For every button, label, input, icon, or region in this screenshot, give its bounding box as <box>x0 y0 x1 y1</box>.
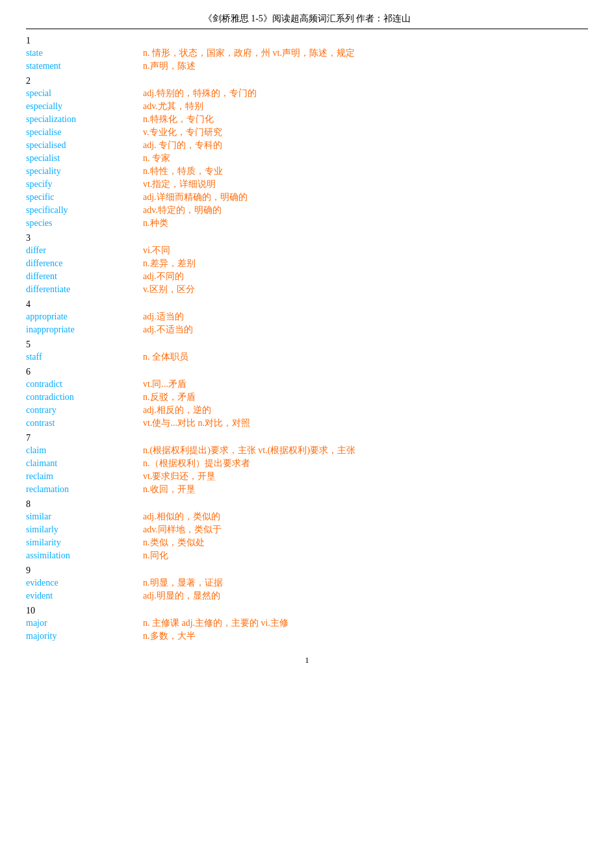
word: similar <box>26 512 143 522</box>
word: specialised <box>26 140 143 151</box>
word: reclamation <box>26 484 143 495</box>
word: specific <box>26 192 143 203</box>
definition: n.差异，差别 <box>143 258 588 269</box>
word: specifically <box>26 205 143 216</box>
definition: n.同化 <box>143 550 588 562</box>
vocab-row: majorn. 主修课 adj.主修的，主要的 vi.主修 <box>26 617 588 629</box>
page-number: 1 <box>305 655 309 665</box>
definition: adj.明显的，显然的 <box>143 590 588 602</box>
vocab-row: specificadj.详细而精确的，明确的 <box>26 192 588 203</box>
word: state <box>26 48 143 58</box>
word: similarly <box>26 525 143 535</box>
vocab-row: evidentadj.明显的，显然的 <box>26 590 588 602</box>
vocab-row: specialisedadj. 专门的，专科的 <box>26 140 588 151</box>
definition: v.专业化，专门研究 <box>143 127 588 138</box>
definition: n. 全体职员 <box>143 351 588 363</box>
vocab-row: specializationn.特殊化，专门化 <box>26 114 588 125</box>
vocab-row: assimilationn.同化 <box>26 550 588 562</box>
word: contradiction <box>26 392 143 403</box>
vocab-row: claimantn.（根据权利）提出要求者 <box>26 458 588 469</box>
section-number: 2 <box>26 76 588 86</box>
definition: vt.使与...对比 n.对比，对照 <box>143 417 588 429</box>
vocab-row: reclaimvt.要求归还，开垦 <box>26 471 588 482</box>
vocab-row: majorityn.多数，大半 <box>26 630 588 642</box>
definition: n.声明，陈述 <box>143 60 588 72</box>
section-number: 9 <box>26 565 588 576</box>
vocab-row: specialityn.特性，特质，专业 <box>26 166 588 177</box>
word: species <box>26 218 143 229</box>
word: statement <box>26 61 143 71</box>
definition: adj. 专门的，专科的 <box>143 140 588 151</box>
header-title: 《剑桥雅思 1-5》阅读超高频词汇系列 作者：祁连山 <box>203 14 411 23</box>
definition: adj.详细而精确的，明确的 <box>143 192 588 203</box>
word: especially <box>26 101 143 112</box>
section-number: 5 <box>26 340 588 350</box>
definition: adj.相反的，逆的 <box>143 404 588 416</box>
vocab-row: specialadj.特别的，特殊的，专门的 <box>26 88 588 99</box>
definition: n.类似，类似处 <box>143 537 588 549</box>
vocab-row: differentadj.不同的 <box>26 271 588 282</box>
vocab-row: statementn.声明，陈述 <box>26 60 588 72</box>
vocab-row: specialisev.专业化，专门研究 <box>26 127 588 138</box>
word: evidence <box>26 578 143 588</box>
word: specialise <box>26 127 143 138</box>
definition: adj.特别的，特殊的，专门的 <box>143 88 588 99</box>
word: different <box>26 271 143 282</box>
definition: vt.指定，详细说明 <box>143 179 588 190</box>
vocab-row: similarlyadv.同样地，类似于 <box>26 524 588 536</box>
word: claim <box>26 445 143 456</box>
definition: n. 情形，状态，国家，政府，州 vt.声明，陈述，规定 <box>143 47 588 59</box>
word: majority <box>26 631 143 641</box>
vocab-row: differvi.不同 <box>26 245 588 256</box>
definition: n.种类 <box>143 217 588 229</box>
vocab-row: contradictvt.同...矛盾 <box>26 378 588 390</box>
vocab-row: inappropriateadj.不适当的 <box>26 324 588 336</box>
definition: n. 主修课 adj.主修的，主要的 vi.主修 <box>143 617 588 629</box>
word: major <box>26 618 143 628</box>
definition: adv.同样地，类似于 <box>143 524 588 536</box>
vocab-row: differentiatev.区别，区分 <box>26 284 588 295</box>
vocab-row: contradictionn.反驳，矛盾 <box>26 391 588 403</box>
vocab-row: staten. 情形，状态，国家，政府，州 vt.声明，陈述，规定 <box>26 47 588 59</box>
section-number: 10 <box>26 606 588 616</box>
definition: n.(根据权利提出)要求，主张 vt.(根据权利)要求，主张 <box>143 445 588 456</box>
definition: adj.相似的，类似的 <box>143 511 588 523</box>
definition: v.区别，区分 <box>143 284 588 295</box>
word: contradict <box>26 379 143 390</box>
word: contrary <box>26 405 143 415</box>
word: specialist <box>26 153 143 164</box>
vocab-row: especiallyadv.尤其，特别 <box>26 101 588 112</box>
vocab-row: reclamationn.收回，开垦 <box>26 484 588 495</box>
vocab-row: differencen.差异，差别 <box>26 258 588 269</box>
word: staff <box>26 352 143 362</box>
definition: vt.同...矛盾 <box>143 378 588 390</box>
section-number: 1 <box>26 36 588 46</box>
main-content: 1staten. 情形，状态，国家，政府，州 vt.声明，陈述，规定statem… <box>26 36 588 642</box>
vocab-row: similaradj.相似的，类似的 <box>26 511 588 523</box>
word: speciality <box>26 166 143 177</box>
definition: n.多数，大半 <box>143 630 588 642</box>
word: appropriate <box>26 312 143 322</box>
word: evident <box>26 591 143 601</box>
vocab-row: similarityn.类似，类似处 <box>26 537 588 549</box>
vocab-row: evidencen.明显，显著，证据 <box>26 577 588 589</box>
word: contrast <box>26 418 143 428</box>
definition: n.反驳，矛盾 <box>143 391 588 403</box>
word: differ <box>26 245 143 256</box>
word: similarity <box>26 538 143 548</box>
word: reclaim <box>26 471 143 482</box>
definition: n. 专家 <box>143 153 588 164</box>
word: specify <box>26 179 143 190</box>
definition: vi.不同 <box>143 245 588 256</box>
vocab-row: staffn. 全体职员 <box>26 351 588 363</box>
vocab-row: contrastvt.使与...对比 n.对比，对照 <box>26 417 588 429</box>
page-footer: 1 <box>26 655 588 665</box>
page-header: 《剑桥雅思 1-5》阅读超高频词汇系列 作者：祁连山 <box>26 13 588 29</box>
vocab-row: claimn.(根据权利提出)要求，主张 vt.(根据权利)要求，主张 <box>26 445 588 456</box>
definition: n.收回，开垦 <box>143 484 588 495</box>
definition: adj.不同的 <box>143 271 588 282</box>
section-number: 3 <box>26 233 588 243</box>
vocab-row: contraryadj.相反的，逆的 <box>26 404 588 416</box>
section-number: 6 <box>26 367 588 377</box>
section-number: 8 <box>26 499 588 510</box>
